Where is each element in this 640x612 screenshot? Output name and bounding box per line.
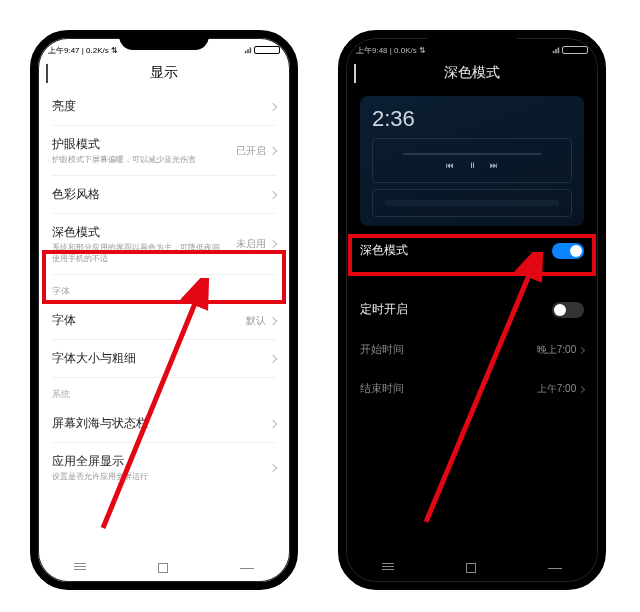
recent-apps-button[interactable] bbox=[382, 563, 394, 573]
status-icons bbox=[244, 46, 280, 54]
section-font: 字体 bbox=[38, 275, 290, 302]
notch bbox=[427, 36, 517, 50]
phone-left-display-settings: 上午9:47 | 0.2K/s ⇅ 显示 亮度 护眼模式 护眼模式下屏幕偏暖，可… bbox=[30, 30, 298, 590]
status-left: 上午9:48 | 0.0K/s ⇅ bbox=[356, 45, 426, 56]
row-end-time[interactable]: 结束时间 上午7:00 bbox=[346, 369, 598, 408]
row-notch-statusbar[interactable]: 屏幕刘海与状态栏 bbox=[38, 405, 290, 442]
chevron-right-icon bbox=[578, 385, 585, 392]
chevron-right-icon bbox=[269, 191, 277, 199]
chevron-right-icon bbox=[269, 354, 277, 362]
toggle-dark-mode[interactable] bbox=[552, 243, 584, 259]
back-button[interactable] bbox=[354, 64, 356, 82]
header: 深色模式 bbox=[346, 58, 598, 88]
battery-icon bbox=[562, 46, 588, 54]
home-button[interactable] bbox=[158, 563, 168, 573]
chevron-right-icon bbox=[578, 346, 585, 353]
row-color-style[interactable]: 色彩风格 bbox=[38, 176, 290, 213]
chevron-right-icon bbox=[269, 146, 277, 154]
chevron-right-icon bbox=[269, 316, 277, 324]
chevron-right-icon bbox=[269, 464, 277, 472]
chevron-right-icon bbox=[269, 102, 277, 110]
row-dark-mode-toggle[interactable]: 深色模式 bbox=[346, 230, 598, 271]
battery-icon bbox=[254, 46, 280, 54]
page-title: 显示 bbox=[150, 64, 178, 82]
chevron-left-icon bbox=[354, 64, 356, 83]
notch bbox=[119, 36, 209, 50]
row-font-size[interactable]: 字体大小与粗细 bbox=[38, 340, 290, 377]
row-schedule-toggle[interactable]: 定时开启 bbox=[346, 289, 598, 330]
chevron-left-icon bbox=[46, 64, 48, 83]
preview-clock: 2:36 bbox=[372, 106, 572, 132]
status-icons bbox=[552, 46, 588, 54]
header: 显示 bbox=[38, 58, 290, 88]
dark-mode-preview-card: 2:36 ⏮⏸⏭ bbox=[360, 96, 584, 226]
chevron-right-icon bbox=[269, 240, 277, 248]
status-left: 上午9:47 | 0.2K/s ⇅ bbox=[48, 45, 118, 56]
row-fullscreen-apps[interactable]: 应用全屏显示 设置是否允许应用全屏运行 bbox=[38, 443, 290, 492]
row-brightness[interactable]: 亮度 bbox=[38, 88, 290, 125]
page-title: 深色模式 bbox=[444, 64, 500, 82]
row-dark-mode[interactable]: 深色模式 系统和部分应用的界面以黑色为主，可降低夜间使用手机的不适 未启用 bbox=[38, 214, 290, 274]
phone-right-dark-mode-settings: 上午9:48 | 0.0K/s ⇅ 深色模式 2:36 ⏮⏸⏭ 深色模式 定时开… bbox=[338, 30, 606, 590]
media-controls-icon: ⏮⏸⏭ bbox=[379, 161, 565, 170]
back-nav-button[interactable] bbox=[548, 568, 562, 569]
row-font[interactable]: 字体 默认 bbox=[38, 302, 290, 339]
row-eyecare[interactable]: 护眼模式 护眼模式下屏幕偏暖，可以减少蓝光伤害 已开启 bbox=[38, 126, 290, 175]
section-system: 系统 bbox=[38, 378, 290, 405]
row-start-time[interactable]: 开始时间 晚上7:00 bbox=[346, 330, 598, 369]
nav-bar bbox=[38, 558, 290, 578]
toggle-schedule[interactable] bbox=[552, 302, 584, 318]
home-button[interactable] bbox=[466, 563, 476, 573]
chevron-right-icon bbox=[269, 419, 277, 427]
recent-apps-button[interactable] bbox=[74, 563, 86, 573]
back-button[interactable] bbox=[46, 64, 48, 82]
nav-bar bbox=[346, 558, 598, 578]
back-nav-button[interactable] bbox=[240, 568, 254, 569]
